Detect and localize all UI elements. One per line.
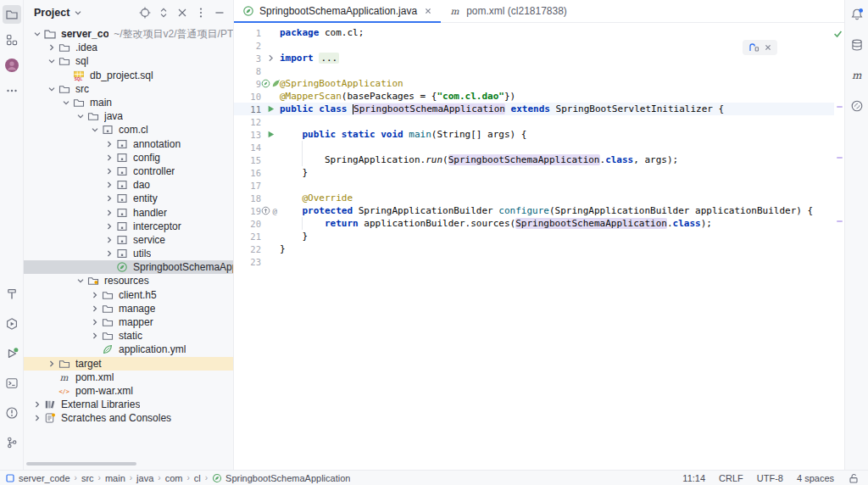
code-line[interactable]: 15 SpringApplication.run(SpringbootSchem… [234, 153, 844, 166]
tree-item[interactable]: target [24, 357, 233, 371]
line-number[interactable]: 20 [234, 219, 261, 229]
chevron-right-icon[interactable] [103, 153, 115, 163]
line-number[interactable]: 15 [234, 155, 261, 165]
line-number[interactable]: 23 [234, 257, 261, 267]
tree-item[interactable]: controller [24, 164, 233, 178]
line-number[interactable]: 17 [234, 181, 261, 191]
gutter[interactable] [261, 79, 280, 88]
tree-item[interactable]: dao [24, 178, 233, 192]
tree-item[interactable]: </>pom-war.xml [24, 384, 233, 398]
line-number[interactable]: 11 [234, 104, 261, 114]
tree-item[interactable]: manage [24, 302, 233, 315]
gutter[interactable] [261, 104, 280, 114]
tree-item[interactable]: config [24, 151, 233, 164]
chevron-right-icon[interactable] [88, 331, 101, 341]
chevron-right-icon[interactable] [103, 166, 115, 176]
chevron-down-icon[interactable] [74, 276, 86, 286]
avatar-icon[interactable] [3, 56, 21, 75]
code-line[interactable]: 14 [234, 141, 844, 153]
chevron-right-icon[interactable] [88, 290, 101, 300]
line-number[interactable]: 19 [234, 206, 261, 216]
spring-bean-gutter-icon[interactable] [261, 79, 270, 88]
chevron-right-icon[interactable] [103, 139, 115, 149]
chevron-right-icon[interactable] [88, 317, 101, 327]
chevron-right-icon[interactable] [103, 193, 115, 203]
code-line[interactable]: 9@SpringBootApplication [234, 77, 844, 90]
project-panel-title[interactable]: Project [34, 7, 70, 19]
breadcrumb-item[interactable]: cl [194, 473, 201, 483]
breadcrumb-item[interactable]: server_code [19, 473, 70, 483]
run-gutter-icon[interactable] [266, 104, 275, 114]
tree-item[interactable]: annotation [24, 137, 233, 151]
chevron-right-icon[interactable] [88, 304, 101, 314]
close-icon[interactable] [764, 43, 772, 52]
chevron-right-icon[interactable] [45, 42, 58, 53]
code-line[interactable]: 12 [234, 115, 844, 128]
database-icon[interactable] [848, 36, 866, 54]
tree-item[interactable]: Scratches and Consoles [24, 411, 233, 425]
locate-icon[interactable] [136, 4, 153, 21]
more-horizontal-icon[interactable] [3, 81, 21, 100]
tree-item[interactable]: SQLdb_project.sql [24, 69, 233, 82]
gutter[interactable]: @ [261, 206, 280, 215]
editor-tab[interactable]: mpom.xml (cl21817838) [441, 0, 576, 22]
chevron-right-icon[interactable] [103, 248, 115, 259]
version-control-icon[interactable] [3, 433, 21, 452]
code-line[interactable]: 8 [234, 64, 844, 77]
tree-item[interactable]: mpom.xml [24, 371, 233, 384]
line-number[interactable]: 18 [234, 193, 261, 203]
fold-gutter-icon[interactable] [266, 53, 275, 63]
tree-item[interactable]: .idea [24, 41, 233, 54]
line-number[interactable]: 21 [234, 231, 261, 242]
chevron-down-icon[interactable] [88, 125, 101, 135]
breadcrumb-item[interactable]: com [165, 473, 183, 483]
tree-item[interactable]: handler [24, 205, 233, 219]
tree-item[interactable]: interceptor [24, 220, 233, 233]
close-icon[interactable] [424, 7, 432, 15]
chevron-down-icon[interactable] [74, 111, 86, 121]
project-folder-icon[interactable] [3, 5, 21, 24]
line-number[interactable]: 9 [234, 79, 261, 89]
ai-assistant-icon[interactable] [748, 42, 760, 53]
unlock-icon[interactable] [848, 472, 860, 484]
line-number[interactable]: 22 [234, 244, 261, 254]
maven-tool-icon[interactable]: m [848, 66, 866, 85]
line-number[interactable]: 13 [234, 130, 261, 140]
tree-item[interactable]: resources [24, 274, 233, 287]
code-line[interactable]: 23 [234, 255, 844, 268]
kebab-menu-icon[interactable] [192, 4, 209, 21]
tree-item[interactable]: mapper [24, 315, 233, 329]
code-editor[interactable]: 1package com.cl;23import ...89@SpringBoo… [234, 23, 844, 470]
horizontal-scrollbar[interactable] [26, 462, 136, 465]
tree-item[interactable]: client.h5 [24, 288, 233, 302]
build-hammer-icon[interactable] [3, 285, 21, 304]
services-icon[interactable] [3, 315, 21, 333]
line-number[interactable]: 12 [234, 117, 261, 127]
line-number[interactable]: 2 [234, 41, 261, 51]
chevron-right-icon[interactable] [31, 413, 43, 423]
tree-item[interactable]: java [24, 109, 233, 123]
editor-scrollbar-stripe[interactable] [834, 23, 844, 470]
tree-item[interactable]: service [24, 233, 233, 247]
tree-item[interactable]: sql [24, 54, 233, 68]
chevron-right-icon[interactable] [103, 180, 115, 190]
chevron-down-icon[interactable] [31, 29, 43, 39]
code-line[interactable]: 18 @Override [234, 192, 844, 204]
code-line[interactable]: 22} [234, 242, 844, 255]
chevron-down-icon[interactable] [45, 84, 58, 94]
code-line[interactable]: 11public class SpringbootSchemaApplicati… [234, 103, 844, 115]
expand-all-icon[interactable] [155, 4, 172, 21]
notifications-icon[interactable] [848, 5, 866, 24]
breadcrumb-item[interactable]: SpringbootSchemaApplication [225, 473, 350, 483]
tree-item[interactable]: entity [24, 192, 233, 205]
code-line[interactable]: 17 [234, 179, 844, 192]
tree-item[interactable]: static [24, 329, 233, 343]
chevron-right-icon[interactable] [31, 399, 43, 410]
line-number[interactable]: 1 [234, 28, 261, 38]
inspection-ok-icon[interactable] [832, 28, 843, 39]
collapse-all-icon[interactable] [174, 4, 191, 21]
structure-icon[interactable] [3, 31, 21, 49]
tree-item[interactable]: main [24, 96, 233, 109]
code-line[interactable]: 13 public static void main(String[] args… [234, 128, 844, 141]
line-number[interactable]: 16 [234, 168, 261, 178]
